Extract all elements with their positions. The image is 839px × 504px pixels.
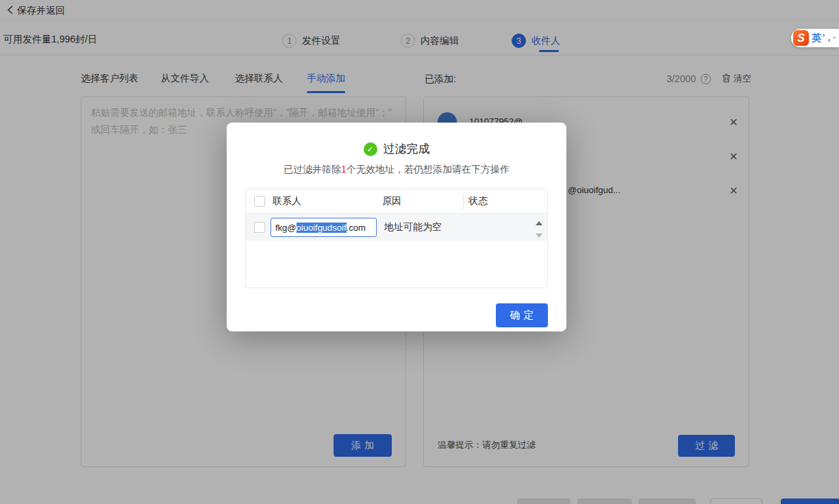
column-status: 状态 bbox=[468, 195, 488, 207]
column-contact: 联系人 bbox=[273, 195, 301, 207]
table-header: 联系人 原因 状态 bbox=[246, 189, 547, 214]
ok-button[interactable]: 确定 bbox=[496, 303, 548, 327]
row-reason: 地址可能为空 bbox=[384, 221, 442, 234]
success-check-icon: ✓ bbox=[364, 142, 377, 156]
sogou-logo-icon: S bbox=[793, 30, 809, 46]
scroll-up-icon[interactable] bbox=[536, 221, 542, 225]
modal-title: 过滤完成 bbox=[384, 141, 430, 157]
ime-punctuation-indicator: ’，· bbox=[823, 32, 836, 44]
ime-toolbar[interactable]: S 英 ’，· bbox=[791, 29, 839, 47]
table-row: fkg@oiuoifgudsoif.com 地址可能为空 bbox=[246, 214, 547, 241]
invalid-address-table: 联系人 原因 状态 fkg@oiuoifgudsoif.com 地址可能为空 bbox=[245, 188, 548, 288]
invalid-count: 1 bbox=[341, 164, 347, 175]
scroll-down-icon[interactable] bbox=[536, 234, 542, 238]
select-all-checkbox[interactable] bbox=[254, 196, 265, 207]
row-checkbox[interactable] bbox=[254, 222, 265, 233]
modal-subtitle: 已过滤并筛除1个无效地址，若仍想添加请在下方操作 bbox=[227, 164, 566, 176]
ime-mode-indicator: 英 bbox=[812, 32, 821, 45]
column-reason: 原因 bbox=[382, 195, 401, 207]
column-separator bbox=[463, 193, 464, 210]
filter-complete-modal: ✓ 过滤完成 已过滤并筛除1个无效地址，若仍想添加请在下方操作 联系人 原因 状… bbox=[227, 123, 566, 331]
selected-text: oiuoifgudsoif bbox=[297, 223, 347, 233]
contact-email-input[interactable]: fkg@oiuoifgudsoif.com bbox=[271, 218, 377, 237]
